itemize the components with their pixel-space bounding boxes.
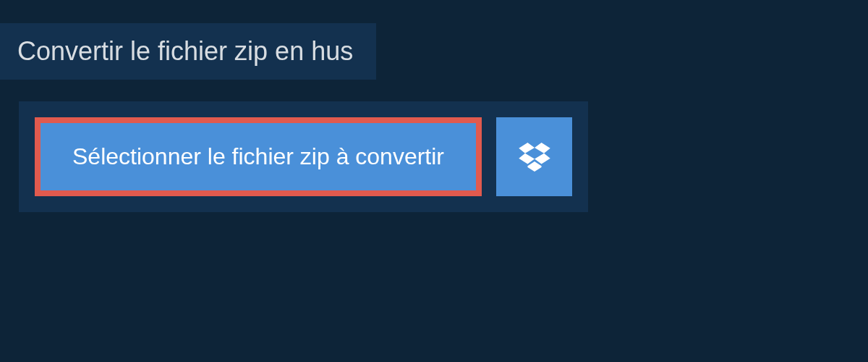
select-file-button[interactable]: Sélectionner le fichier zip à convertir — [35, 117, 482, 196]
dropbox-icon — [519, 143, 550, 172]
action-panel: Sélectionner le fichier zip à convertir — [19, 101, 588, 212]
page-title: Convertir le fichier zip en hus — [17, 36, 353, 67]
heading-container: Convertir le fichier zip en hus — [0, 23, 376, 80]
dropbox-button[interactable] — [496, 117, 572, 196]
